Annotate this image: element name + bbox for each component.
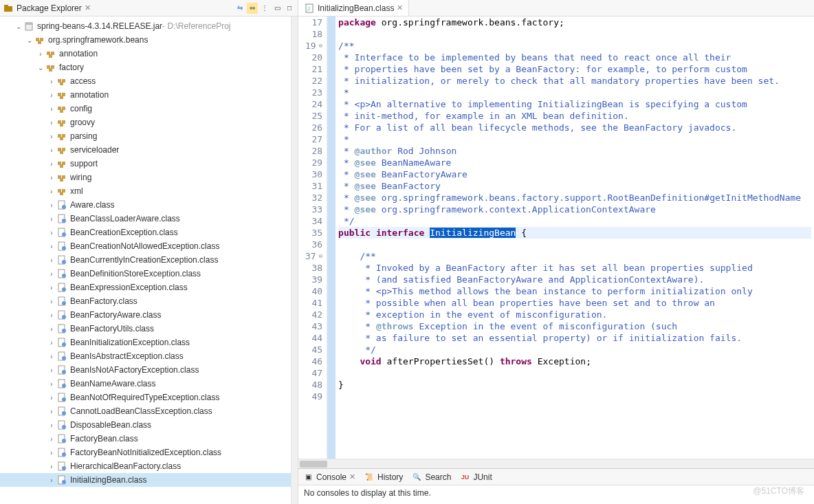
tree-row[interactable]: ›CannotLoadBeanClassException.class — [0, 404, 291, 418]
collapse-all-icon[interactable]: ⇆ — [234, 3, 245, 14]
package-explorer-icon — [3, 3, 14, 14]
package-tree[interactable]: ⌄spring-beans-4.3.14.RELEASE.jar - D:\Re… — [0, 17, 291, 504]
expand-arrow-icon[interactable]: › — [47, 325, 56, 333]
link-editor-icon[interactable]: ⇔ — [247, 3, 258, 14]
tab-search[interactable]: 🔍 Search — [411, 472, 451, 483]
tree-row[interactable]: ›InitializingBean.class — [0, 473, 291, 487]
tree-row[interactable]: ›BeanNotOfRequiredTypeException.class — [0, 391, 291, 404]
tree-row[interactable]: ›BeanDefinitionStoreException.class — [0, 267, 291, 281]
expand-arrow-icon[interactable]: › — [47, 408, 56, 415]
tree-row[interactable]: ›BeanCurrentlyInCreationException.class — [0, 253, 291, 267]
expand-arrow-icon[interactable]: › — [47, 174, 56, 182]
close-tab-icon[interactable]: ✕ — [397, 3, 403, 12]
expand-arrow-icon[interactable]: › — [47, 421, 56, 429]
console-tabbar: ▣ Console ✕ 📜 History 🔍 Search JU JUnit — [298, 469, 814, 485]
expand-arrow-icon[interactable]: ⌄ — [36, 64, 45, 72]
tree-scrollbar[interactable] — [291, 17, 298, 504]
tree-row[interactable]: ⌄spring-beans-4.3.14.RELEASE.jar - D:\Re… — [0, 19, 291, 33]
tree-row[interactable]: ⌄factory — [0, 61, 291, 74]
expand-arrow-icon[interactable]: › — [47, 91, 56, 99]
tree-row[interactable]: ›BeanCreationNotAllowedException.class — [0, 239, 291, 253]
editor-tab[interactable]: J InitializingBean.class ✕ — [298, 0, 409, 16]
tree-row[interactable]: ⌄org.springframework.beans — [0, 33, 291, 47]
expand-arrow-icon[interactable]: › — [47, 229, 56, 237]
tree-label: BeanCreationException.class — [70, 228, 178, 237]
expand-arrow-icon[interactable]: › — [47, 449, 56, 457]
tree-row[interactable]: ›wiring — [0, 171, 291, 184]
expand-arrow-icon[interactable]: › — [47, 256, 56, 264]
editor-h-scrollbar[interactable]: ‹ — [298, 459, 814, 468]
expand-arrow-icon[interactable]: › — [47, 394, 56, 402]
tree-row[interactable]: ›DisposableBean.class — [0, 418, 291, 432]
expand-arrow-icon[interactable]: › — [47, 201, 56, 209]
tree-row[interactable]: ›BeanFactoryAware.class — [0, 308, 291, 322]
tree-row[interactable]: ›BeanCreationException.class — [0, 226, 291, 239]
tree-node-icon — [34, 34, 45, 45]
expand-arrow-icon[interactable]: › — [47, 284, 56, 292]
editor-area[interactable]: 171819⊖202122232425262728293031323334353… — [298, 17, 814, 459]
tree-row[interactable]: ›parsing — [0, 129, 291, 143]
expand-arrow-icon[interactable]: › — [47, 215, 56, 223]
tree-row[interactable]: ›xml — [0, 184, 291, 198]
tree-row[interactable]: ›config — [0, 102, 291, 116]
tree-row[interactable]: ›annotation — [0, 47, 291, 61]
expand-arrow-icon[interactable]: › — [47, 188, 56, 195]
expand-arrow-icon[interactable]: › — [47, 353, 56, 360]
tree-row[interactable]: ›groovy — [0, 116, 291, 129]
expand-arrow-icon[interactable]: › — [47, 78, 56, 85]
explorer-toolbar: ⇆ ⇔ ⋮ ▭ □ — [234, 3, 295, 14]
expand-arrow-icon[interactable]: › — [47, 105, 56, 113]
minimize-icon[interactable]: ▭ — [272, 3, 283, 14]
tree-row[interactable]: ›FactoryBean.class — [0, 432, 291, 446]
tree-row[interactable]: ›BeanIsNotAFactoryException.class — [0, 363, 291, 377]
expand-arrow-icon[interactable]: › — [47, 133, 56, 140]
fold-bar[interactable] — [327, 17, 336, 459]
expand-arrow-icon[interactable]: › — [47, 119, 56, 127]
expand-arrow-icon[interactable]: › — [47, 270, 56, 278]
expand-arrow-icon[interactable]: › — [47, 146, 56, 154]
svg-point-51 — [62, 274, 66, 278]
close-icon[interactable]: ✕ — [349, 472, 355, 481]
tree-row[interactable]: ›BeanExpressionException.class — [0, 281, 291, 294]
tree-row[interactable]: ›access — [0, 74, 291, 88]
maximize-icon[interactable]: □ — [284, 3, 295, 14]
tree-row[interactable]: ›BeanInitializationException.class — [0, 336, 291, 349]
expand-arrow-icon[interactable]: › — [47, 160, 56, 168]
expand-arrow-icon[interactable]: › — [47, 366, 56, 374]
expand-arrow-icon[interactable]: › — [47, 463, 56, 470]
expand-arrow-icon[interactable]: › — [47, 298, 56, 305]
expand-arrow-icon[interactable]: › — [36, 50, 45, 58]
code-content[interactable]: package org.springframework.beans.factor… — [336, 17, 814, 459]
tree-row[interactable]: ›annotation — [0, 88, 291, 102]
scrollbar-thumb[interactable] — [300, 461, 327, 468]
expand-arrow-icon[interactable]: › — [47, 435, 56, 443]
tree-row[interactable]: ›FactoryBeanNotInitializedException.clas… — [0, 446, 291, 459]
expand-arrow-icon[interactable]: › — [47, 380, 56, 388]
tree-row[interactable]: ›serviceloader — [0, 143, 291, 157]
expand-arrow-icon[interactable]: ⌄ — [25, 36, 34, 44]
tab-console[interactable]: ▣ Console ✕ — [302, 472, 355, 483]
expand-arrow-icon[interactable]: › — [47, 476, 56, 484]
tree-row[interactable]: ›BeanNameAware.class — [0, 377, 291, 391]
tree-node-icon — [45, 62, 56, 73]
view-menu-icon[interactable]: ⋮ — [259, 3, 270, 14]
tab-history[interactable]: 📜 History — [364, 472, 403, 483]
expand-arrow-icon[interactable]: ⌄ — [14, 23, 23, 30]
tree-node-icon — [56, 213, 67, 224]
svg-rect-30 — [60, 151, 63, 154]
tree-row[interactable]: ›BeanFactoryUtils.class — [0, 322, 291, 336]
tree-row[interactable]: ›BeanClassLoaderAware.class — [0, 212, 291, 226]
tree-row[interactable]: ›BeanIsAbstractException.class — [0, 349, 291, 363]
expand-arrow-icon[interactable]: › — [47, 243, 56, 250]
tab-junit[interactable]: JU JUnit — [459, 472, 492, 483]
close-icon[interactable]: ✕ — [85, 3, 91, 12]
tree-row[interactable]: ›BeanFactory.class — [0, 294, 291, 308]
svg-point-53 — [62, 287, 66, 292]
tree-row[interactable]: ›support — [0, 157, 291, 171]
tree-label: Aware.class — [70, 200, 114, 210]
tree-row[interactable]: ›HierarchicalBeanFactory.class — [0, 459, 291, 473]
expand-arrow-icon[interactable]: › — [47, 339, 56, 347]
tree-row[interactable]: ›Aware.class — [0, 198, 291, 212]
svg-point-47 — [62, 246, 66, 250]
expand-arrow-icon[interactable]: › — [47, 311, 56, 319]
